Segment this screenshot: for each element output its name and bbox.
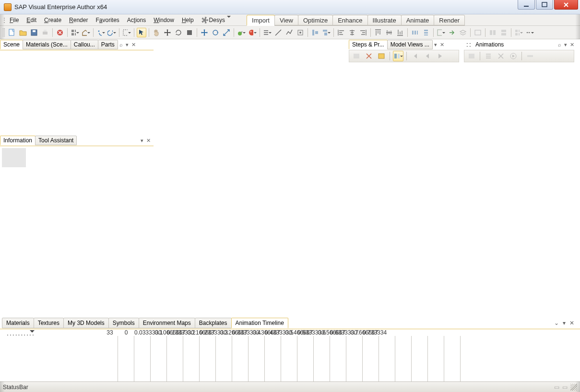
grid-icon[interactable]: [70, 28, 80, 37]
tab-callouts[interactable]: Callou...: [71, 40, 98, 49]
btab-envmaps[interactable]: Environment Maps: [139, 318, 195, 328]
timeline-column[interactable]: [216, 336, 232, 381]
timeline-column[interactable]: [167, 336, 183, 381]
undo-icon[interactable]: [96, 28, 106, 37]
select-box-icon[interactable]: [122, 28, 131, 37]
view-b-icon[interactable]: [488, 28, 497, 37]
align-left-icon[interactable]: [336, 28, 346, 37]
timeline-column[interactable]: [102, 336, 118, 381]
hand-icon[interactable]: [152, 28, 161, 37]
view-c-icon[interactable]: [499, 28, 509, 37]
move-obj-icon[interactable]: [200, 28, 209, 37]
panel-close-icon[interactable]: ✕: [570, 42, 574, 48]
prev-icon[interactable]: [422, 51, 433, 61]
menu-help[interactable]: Help: [178, 14, 198, 25]
anim-list-icon[interactable]: [483, 51, 494, 61]
timeline-column[interactable]: [249, 336, 265, 381]
panel-menu-icon[interactable]: ▾: [434, 42, 437, 48]
timeline[interactable]: .......... 3300.0333330.06666670.10.1333…: [0, 329, 580, 381]
timeline-column[interactable]: [395, 336, 412, 381]
cancel-icon[interactable]: [55, 28, 65, 37]
btab-textures[interactable]: Textures: [34, 318, 64, 328]
polyline-icon[interactable]: [284, 28, 294, 37]
timeline-column[interactable]: [412, 336, 428, 381]
menu-favorites[interactable]: Favorites: [92, 14, 123, 25]
anim-new-icon[interactable]: [466, 51, 477, 61]
menu-file[interactable]: File: [6, 14, 23, 25]
timeline-column[interactable]: [379, 336, 395, 381]
btab-materials[interactable]: Materials: [2, 318, 34, 328]
timeline-column[interactable]: [428, 336, 444, 381]
status-icon-b[interactable]: ▭: [562, 384, 568, 391]
wtab-render[interactable]: Render: [434, 15, 465, 26]
settings-dd-icon[interactable]: [262, 28, 272, 37]
new-step-icon[interactable]: [351, 51, 362, 61]
anim-play-icon[interactable]: [508, 51, 519, 61]
align-center-icon[interactable]: [347, 28, 357, 37]
menu-actions[interactable]: Actions: [123, 14, 150, 25]
wtab-optimize[interactable]: Optimize: [298, 15, 333, 26]
panel-menu-icon[interactable]: ▾: [563, 320, 566, 326]
layers-icon[interactable]: [458, 28, 468, 37]
timeline-column[interactable]: [297, 336, 314, 381]
tab-tool-assistant[interactable]: Tool Assistant: [35, 136, 77, 145]
timeline-column[interactable]: [346, 336, 363, 381]
btab-3dmodels[interactable]: My 3D Models: [63, 318, 109, 328]
rotate-obj-icon[interactable]: [211, 28, 220, 37]
timeline-tracks[interactable]: [6, 336, 580, 381]
tab-scene[interactable]: Scene: [0, 40, 23, 49]
panel-close-icon[interactable]: ✕: [131, 42, 136, 48]
btab-timeline[interactable]: Animation Timeline: [231, 318, 288, 328]
align-right-icon[interactable]: [358, 28, 368, 37]
panel-menu-icon[interactable]: ▾: [126, 42, 129, 48]
timeline-column[interactable]: [151, 336, 167, 381]
overflow-icon[interactable]: [525, 28, 534, 37]
wtab-illustrate[interactable]: Illustrate: [367, 15, 402, 26]
tab-information[interactable]: Information: [0, 136, 36, 145]
line-icon[interactable]: [273, 28, 283, 37]
menu-window[interactable]: Window: [150, 14, 178, 25]
timeline-column[interactable]: [183, 336, 200, 381]
chevron-down-icon[interactable]: [30, 330, 35, 335]
layout-icon[interactable]: [393, 51, 403, 61]
binocular-icon[interactable]: ⌕: [558, 42, 561, 47]
arrow-cursor-icon[interactable]: [137, 28, 146, 37]
menu-render[interactable]: Render: [65, 14, 92, 25]
binocular-icon[interactable]: ⌕: [119, 42, 123, 47]
align-a-icon[interactable]: [310, 28, 320, 37]
timeline-column[interactable]: [265, 336, 281, 381]
wtab-animate[interactable]: Animate: [401, 15, 435, 26]
save-icon[interactable]: [29, 28, 39, 37]
timeline-column[interactable]: [330, 336, 346, 381]
panel-close-icon[interactable]: ✕: [440, 42, 444, 48]
play-icon[interactable]: [435, 51, 445, 61]
timeline-column[interactable]: [363, 336, 379, 381]
paint-icon[interactable]: [237, 28, 246, 37]
stop-icon[interactable]: [185, 28, 194, 37]
open-file-icon[interactable]: [18, 28, 28, 37]
new-file-icon[interactable]: [7, 28, 17, 37]
tab-parts[interactable]: Parts: [98, 40, 118, 49]
btab-backplates[interactable]: Backplates: [195, 318, 232, 328]
print-icon[interactable]: [40, 28, 50, 37]
timeline-column[interactable]: [134, 336, 151, 381]
toggle-snap-icon[interactable]: [296, 28, 305, 37]
more-a-icon[interactable]: [436, 28, 446, 37]
view-d-icon[interactable]: [514, 28, 523, 37]
wtab-view[interactable]: View: [274, 15, 298, 26]
align-mid-icon[interactable]: [384, 28, 394, 37]
panel-menu-icon[interactable]: ▾: [564, 42, 567, 48]
align-top-icon[interactable]: [373, 28, 383, 37]
anim-grip-icon[interactable]: ⸬: [464, 40, 473, 49]
menu-create[interactable]: Create: [40, 14, 65, 25]
timeline-column[interactable]: [232, 336, 249, 381]
home-icon[interactable]: [81, 28, 91, 37]
tab-modelviews[interactable]: Model Views ...: [387, 40, 433, 49]
collapse-icon[interactable]: ⌄: [554, 320, 559, 326]
props-icon[interactable]: [376, 51, 387, 61]
maximize-button[interactable]: [536, 0, 553, 10]
first-icon[interactable]: [410, 51, 420, 61]
tab-steps[interactable]: Steps & Pr...: [349, 40, 388, 49]
anim-del-icon[interactable]: [496, 51, 506, 61]
delete-step-icon[interactable]: [364, 51, 374, 61]
